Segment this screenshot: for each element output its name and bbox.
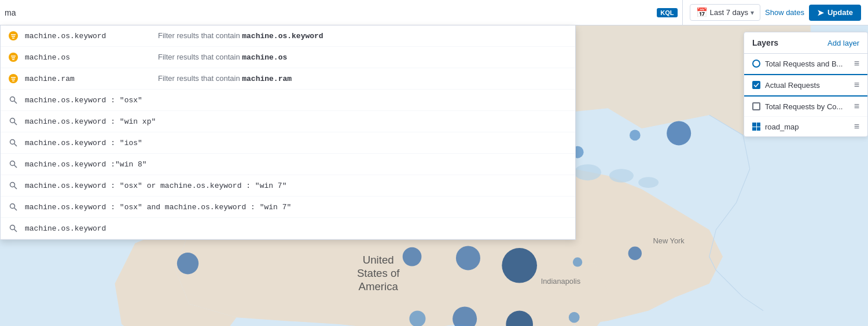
search-icon-9 bbox=[8, 223, 19, 234]
filter-icon-2 bbox=[8, 73, 19, 84]
autocomplete-desc-2: Filter results that contain machine.ram bbox=[158, 74, 568, 83]
svg-point-36 bbox=[9, 53, 18, 62]
svg-point-24 bbox=[628, 247, 642, 260]
autocomplete-item-6[interactable]: machine.os.keyword :"win 8" bbox=[1, 154, 575, 175]
autocomplete-label-6: machine.os.keyword :"win 8" bbox=[25, 160, 152, 169]
svg-point-40 bbox=[9, 74, 18, 83]
autocomplete-label-2: machine.ram bbox=[25, 75, 152, 83]
layer-item-2[interactable]: Total Requests by Co... ≡ bbox=[744, 97, 867, 117]
svg-text:America: America bbox=[358, 280, 398, 292]
autocomplete-item-3[interactable]: machine.os.keyword : "osx" bbox=[1, 90, 575, 111]
autocomplete-item-5[interactable]: machine.os.keyword : "ios" bbox=[1, 132, 575, 154]
svg-point-22 bbox=[502, 248, 537, 283]
autocomplete-item-2[interactable]: machine.ram Filter results that contain … bbox=[1, 68, 575, 90]
autocomplete-desc-1: Filter results that contain machine.os bbox=[158, 53, 568, 62]
search-icon-5 bbox=[8, 137, 19, 149]
search-wrap: KQL bbox=[0, 0, 683, 25]
svg-point-23 bbox=[573, 257, 582, 266]
svg-text:New York: New York bbox=[653, 236, 685, 245]
svg-point-32 bbox=[9, 31, 18, 40]
svg-point-46 bbox=[10, 118, 15, 123]
layer-label-3: road_map bbox=[765, 123, 849, 131]
layer-item-0[interactable]: Total Requests and B... ≡ bbox=[744, 54, 867, 74]
svg-point-18 bbox=[667, 121, 691, 145]
autocomplete-item-4[interactable]: machine.os.keyword : "win xp" bbox=[1, 111, 575, 132]
search-icon-3 bbox=[8, 94, 19, 106]
svg-text:States of: States of bbox=[357, 267, 400, 279]
layer-menu-icon-0[interactable]: ≡ bbox=[854, 58, 859, 69]
add-layer-button[interactable]: Add layer bbox=[827, 39, 859, 47]
search-input[interactable] bbox=[5, 8, 652, 17]
autocomplete-label-5: machine.os.keyword : "ios" bbox=[25, 139, 152, 147]
svg-point-48 bbox=[10, 140, 15, 145]
layers-header: Layers Add layer bbox=[744, 32, 867, 54]
layer-menu-icon-1[interactable]: ≡ bbox=[854, 80, 859, 90]
autocomplete-label-8: machine.os.keyword : "osx" and machine.o… bbox=[25, 203, 291, 212]
show-dates-button[interactable]: Show dates bbox=[765, 8, 804, 17]
autocomplete-item-9[interactable]: machine.os.keyword bbox=[1, 218, 575, 239]
search-icon-7 bbox=[8, 180, 19, 191]
autocomplete-dropdown: machine.os.keyword Filter results that c… bbox=[0, 25, 576, 240]
svg-point-3 bbox=[609, 169, 634, 182]
layer-radio-0 bbox=[752, 60, 760, 68]
layers-panel: Layers Add layer Total Requests and B...… bbox=[744, 32, 868, 137]
svg-point-2 bbox=[574, 164, 601, 180]
toolbar-right: 📅 Last 7 days ▾ Show dates ➤ Update bbox=[683, 4, 869, 21]
layer-checkbox-2 bbox=[752, 102, 760, 110]
search-icon-8 bbox=[8, 201, 19, 213]
update-button[interactable]: ➤ Update bbox=[809, 5, 861, 21]
svg-point-50 bbox=[10, 161, 15, 166]
svg-point-52 bbox=[10, 183, 15, 187]
svg-point-54 bbox=[10, 204, 15, 209]
svg-line-57 bbox=[14, 229, 17, 232]
layer-checkbox-1 bbox=[752, 81, 760, 89]
layer-label-1: Actual Requests bbox=[765, 81, 849, 90]
autocomplete-label-1: machine.os bbox=[25, 53, 152, 62]
calendar-icon: 📅 bbox=[696, 7, 708, 18]
svg-point-28 bbox=[569, 312, 580, 323]
autocomplete-label-3: machine.os.keyword : "osx" bbox=[25, 96, 152, 105]
svg-line-49 bbox=[14, 144, 17, 147]
svg-line-53 bbox=[14, 187, 17, 190]
svg-text:United: United bbox=[363, 254, 394, 266]
layer-menu-icon-2[interactable]: ≡ bbox=[854, 101, 859, 112]
layer-label-0: Total Requests and B... bbox=[765, 60, 849, 68]
kql-badge: KQL bbox=[657, 8, 677, 17]
chevron-down-icon: ▾ bbox=[751, 9, 754, 17]
autocomplete-label-4: machine.os.keyword : "win xp" bbox=[25, 117, 156, 126]
send-icon: ➤ bbox=[817, 8, 824, 17]
filter-icon-0 bbox=[8, 30, 19, 42]
autocomplete-item-0[interactable]: machine.os.keyword Filter results that c… bbox=[1, 25, 575, 47]
svg-point-20 bbox=[403, 247, 422, 266]
autocomplete-label-7: machine.os.keyword : "osx" or machine.os… bbox=[25, 181, 286, 190]
svg-text:Indianapolis: Indianapolis bbox=[541, 277, 580, 286]
time-range-label: Last 7 days bbox=[710, 8, 749, 17]
time-picker[interactable]: 📅 Last 7 days ▾ bbox=[690, 4, 761, 21]
autocomplete-item-7[interactable]: machine.os.keyword : "osx" or machine.os… bbox=[1, 175, 575, 197]
svg-line-45 bbox=[14, 101, 17, 104]
layer-label-2: Total Requests by Co... bbox=[765, 102, 849, 111]
svg-point-44 bbox=[10, 97, 15, 102]
autocomplete-item-8[interactable]: machine.os.keyword : "osx" and machine.o… bbox=[1, 197, 575, 218]
svg-point-17 bbox=[630, 130, 641, 141]
svg-point-56 bbox=[10, 225, 15, 230]
autocomplete-label-9: machine.os.keyword bbox=[25, 224, 152, 233]
autocomplete-desc-0: Filter results that contain machine.os.k… bbox=[158, 31, 568, 40]
layer-menu-icon-3[interactable]: ≡ bbox=[854, 121, 859, 132]
search-icon-4 bbox=[8, 116, 19, 127]
layer-item-3[interactable]: road_map ≡ bbox=[744, 117, 867, 136]
layer-grid-icon-3 bbox=[752, 123, 760, 131]
svg-point-21 bbox=[456, 246, 480, 270]
layer-item-1[interactable]: Actual Requests ≡ bbox=[744, 75, 867, 95]
autocomplete-item-1[interactable]: machine.os Filter results that contain m… bbox=[1, 47, 575, 68]
svg-line-51 bbox=[14, 165, 17, 168]
svg-point-4 bbox=[638, 177, 659, 188]
svg-point-19 bbox=[177, 253, 198, 274]
layers-title: Layers bbox=[752, 38, 778, 47]
svg-line-55 bbox=[14, 208, 17, 211]
search-icon-6 bbox=[8, 158, 19, 170]
top-bar: KQL 📅 Last 7 days ▾ Show dates ➤ Update bbox=[0, 0, 868, 25]
autocomplete-label-0: machine.os.keyword bbox=[25, 32, 152, 40]
filter-icon-1 bbox=[8, 51, 19, 63]
svg-line-47 bbox=[14, 123, 17, 125]
